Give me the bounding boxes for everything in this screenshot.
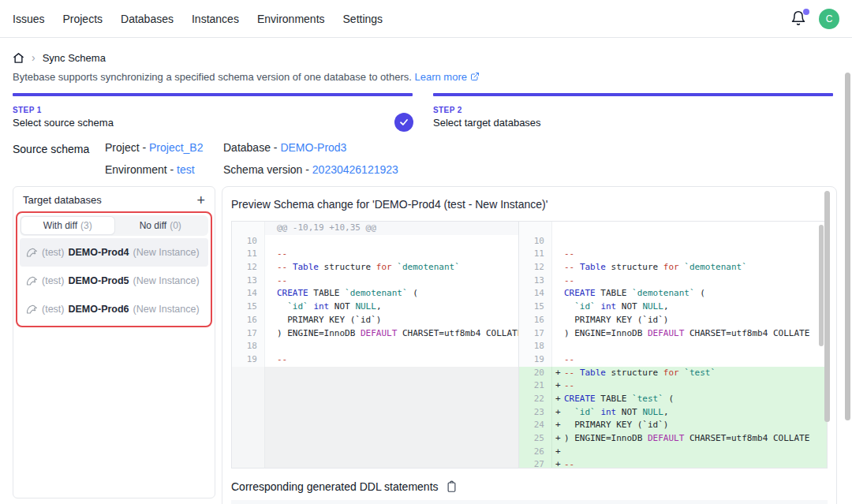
field-name: Environment -: [105, 163, 177, 176]
home-icon[interactable]: [13, 52, 24, 64]
db-environment: (test): [42, 275, 64, 286]
nav-item-projects[interactable]: Projects: [62, 13, 103, 25]
diff-line-marker: +: [552, 367, 564, 380]
diff-original-pane: @@ -10,19 +10,35 @@10 11 --12 -- Table s…: [232, 222, 519, 468]
diff-line: 16 PRIMARY KEY (`id`): [232, 314, 518, 327]
diff-line: 19 --: [519, 353, 827, 367]
diff-line-marker: [552, 353, 564, 367]
diff-line-marker: [552, 340, 564, 353]
field-name: Database -: [223, 141, 280, 154]
nav-item-databases[interactable]: Databases: [121, 13, 174, 25]
diff-line-marker: [265, 248, 277, 261]
diff-line-marker: [265, 222, 277, 235]
tab-with-diff[interactable]: With diff(3): [21, 217, 114, 234]
notifications-button[interactable]: [790, 10, 808, 28]
diff-line-code: CREATE TABLE `demotenant` (: [277, 287, 418, 301]
target-database-item[interactable]: (test) DEMO-Prod6 (New Instance): [20, 295, 208, 323]
tab-label: No diff: [140, 220, 166, 231]
diff-line-marker: [552, 235, 564, 248]
diff-line: 15 `id` int NOT NULL,: [232, 301, 518, 314]
nav-item-issues[interactable]: Issues: [13, 13, 44, 25]
diff-line-marker: +: [552, 432, 564, 446]
field-value-link[interactable]: Project_B2: [149, 141, 203, 154]
diff-line-number: 19: [519, 353, 552, 367]
mysql-icon: [25, 303, 38, 315]
main-area: Target databases + With diff(3)No diff(0…: [13, 186, 839, 504]
diff-line-marker: [552, 301, 564, 314]
diff-line-number: 24: [519, 419, 552, 432]
db-instance-suffix: (New Instance): [133, 304, 200, 315]
learn-more-link[interactable]: Learn more: [414, 71, 479, 83]
diff-line-code: --: [564, 274, 574, 288]
step-2-progress-bar: [433, 93, 833, 96]
preview-card-scrollbar[interactable]: [824, 191, 830, 422]
diff-line: 12 -- Table structure for `demotenant`: [519, 261, 827, 274]
diff-line: 20+-- Table structure for `test`: [519, 367, 827, 380]
step-2-label: STEP 2: [433, 106, 833, 114]
page-scrollbar[interactable]: [845, 73, 850, 420]
diff-line: 24+ PRIMARY KEY (`id`): [519, 419, 827, 432]
diff-line-number: 14: [519, 287, 552, 301]
diff-modified-pane: 10 11 --12 -- Table structure for `demot…: [519, 222, 827, 468]
tab-label: With diff: [43, 220, 77, 231]
target-database-item[interactable]: (test) DEMO-Prod4 (New Instance): [20, 238, 208, 267]
diff-line-number: 20: [519, 367, 552, 380]
diff-line-number: 11: [232, 248, 265, 261]
diff-line-marker: [265, 327, 277, 341]
tab-count: (0): [170, 220, 181, 231]
step-1-title: Select source schema: [13, 117, 413, 129]
diff-line-marker: [552, 274, 564, 288]
diff-line-marker: [552, 248, 564, 261]
learn-more-label: Learn more: [414, 71, 466, 83]
diff-line: 22+CREATE TABLE `test` (: [519, 393, 827, 406]
avatar[interactable]: C: [819, 9, 839, 29]
diff-line-marker: [265, 314, 277, 327]
source-field-database: Database - DEMO-Prod3: [223, 141, 398, 154]
field-value-link[interactable]: test: [177, 163, 195, 176]
diff-line: 11 --: [232, 248, 518, 261]
field-name: Schema version -: [223, 163, 312, 176]
diff-line: @@ -10,19 +10,35 @@: [232, 222, 518, 235]
tab-no-diff[interactable]: No diff(0): [114, 217, 207, 234]
diff-line: 15 `id` int NOT NULL,: [519, 301, 827, 314]
diff-line-number: 22: [519, 393, 552, 406]
diff-line-number: 15: [519, 301, 552, 314]
nav-item-environments[interactable]: Environments: [257, 13, 325, 25]
diff-line-code: CREATE TABLE `test` (: [564, 393, 674, 406]
diff-line-code: --: [564, 458, 574, 468]
source-field-schema-version: Schema version - 20230426121923: [223, 163, 398, 176]
diff-pane-scrollbar[interactable]: [819, 225, 824, 346]
target-databases-panel: Target databases + With diff(3)No diff(0…: [13, 186, 215, 498]
diff-line-number: 16: [519, 314, 552, 327]
external-link-icon: [470, 72, 480, 81]
diff-line-marker: [265, 301, 277, 314]
add-target-database-button[interactable]: +: [196, 195, 205, 206]
diff-empty-filler: [232, 367, 518, 468]
diff-line: 19 --: [232, 353, 518, 367]
diff-line-number: [232, 222, 265, 235]
step-2: STEP 2 Select target databases: [433, 93, 833, 129]
diff-line-number: 13: [232, 274, 265, 288]
nav-item-instances[interactable]: Instances: [192, 13, 239, 25]
intro-text: Bytebase supports synchronizing a specif…: [13, 71, 839, 83]
diff-line-code: --: [277, 248, 287, 261]
field-value-link[interactable]: DEMO-Prod3: [280, 141, 346, 154]
copy-clipboard-icon[interactable]: [446, 480, 458, 493]
diff-line-code: PRIMARY KEY (`id`): [277, 314, 381, 327]
step-1-label: STEP 1: [13, 106, 413, 114]
diff-line-code: --: [564, 353, 574, 367]
nav-item-settings[interactable]: Settings: [343, 13, 383, 25]
diff-line-number: 16: [232, 314, 265, 327]
db-environment: (test): [42, 304, 64, 315]
diff-line: 10: [519, 235, 827, 248]
diff-line-number: 12: [232, 261, 265, 274]
navbar-right: C: [790, 9, 839, 29]
target-database-item[interactable]: (test) DEMO-Prod5 (New Instance): [20, 267, 208, 295]
field-value-link[interactable]: 20230426121923: [312, 163, 398, 176]
diff-line-number: 10: [519, 235, 552, 248]
diff-line-marker: +: [552, 406, 564, 420]
top-navbar: IssuesProjectsDatabasesInstancesEnvironm…: [0, 0, 852, 38]
tab-count: (3): [80, 220, 92, 231]
diff-line-number: 25: [519, 432, 552, 446]
diff-line-number: 23: [519, 406, 552, 420]
